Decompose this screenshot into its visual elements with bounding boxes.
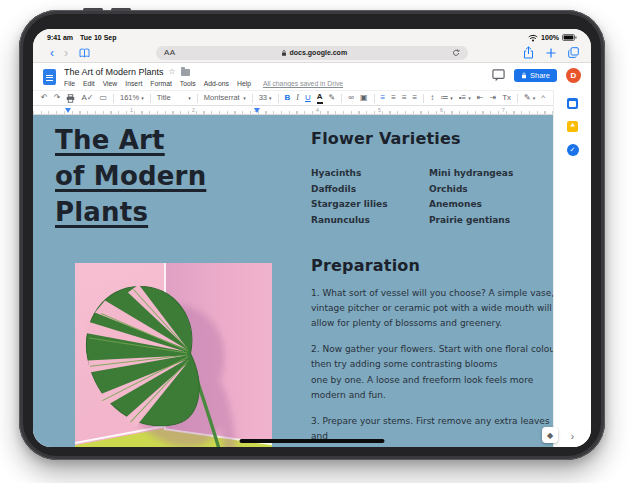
underline-button[interactable]: U [305,94,311,102]
align-center-button[interactable]: ≡ [391,94,396,102]
chevron-down-icon: ▾ [269,96,272,101]
redo-button[interactable]: ↷ [54,94,61,102]
chevron-down-icon: ▾ [468,96,471,101]
justify-button[interactable]: ≡ [413,94,418,102]
paragraph-2: 2. Now gather your flowers. Start with o… [311,342,553,402]
star-icon[interactable]: ☆ [169,68,176,76]
highlight-button[interactable]: ✎ [329,94,336,102]
font-size-value: 33 [259,94,267,102]
document-title: The Art of Modern Plants [55,123,206,231]
flower-item: Orchids [429,184,553,194]
tasks-icon[interactable]: ✓ [567,144,579,156]
docs-header: The Art of Modern Plants ☆ File Edit Vie… [33,63,591,90]
menu-format[interactable]: Format [150,80,172,87]
align-left-button[interactable]: ≡ [381,94,386,102]
paragraph-1: 1. What sort of vessel will you choose? … [311,286,553,331]
doc-title[interactable]: The Art of Modern Plants [64,67,164,77]
bulleted-list-button[interactable]: •≡ ▾ [459,94,471,102]
paragraph-style-select[interactable]: Title ▾ [157,94,191,102]
address-bar[interactable]: AA docs.google.com [156,46,468,60]
text-color-button[interactable]: A [317,93,323,104]
ruler-number: 7 [502,107,505,113]
home-indicator[interactable] [240,439,385,443]
undo-button[interactable]: ↶ [41,94,48,102]
zoom-value: 161% [120,94,139,102]
paragraph-line: then try adding some contrasting blooms [311,357,553,372]
menu-bar: File Edit View Insert Format Tools Add-o… [64,80,343,87]
wifi-icon [528,34,538,42]
reload-icon[interactable] [452,49,460,57]
tabs-icon[interactable] [568,47,579,58]
toolbar-divider [113,94,114,103]
flower-item: Daffodils [311,184,429,194]
paragraph-line: foliage that get in the way. Then give a… [311,444,553,447]
save-status-link[interactable]: All changes saved in Drive [263,80,343,87]
flower-item: Ranunculus [311,215,429,225]
move-folder-icon[interactable] [181,69,190,76]
keep-icon[interactable] [567,121,578,132]
flower-item: Hyacinths [311,168,429,178]
panel-collapse-chevron[interactable]: › [571,431,574,442]
insert-link-button[interactable]: ∞ [348,94,354,102]
paragraph-line: one by one. A loose and freeform look fe… [311,373,553,388]
toolbar-divider [197,94,198,103]
forward-button[interactable]: › [59,47,73,59]
sidebar-bookmarks-button[interactable] [79,48,90,58]
line-spacing-button[interactable]: ↕ [430,94,434,102]
collapse-toolbar-button[interactable]: ^ [541,94,545,102]
align-right-button[interactable]: ≡ [402,94,407,102]
flower-item: Stargazer lilies [311,199,429,209]
url-text: docs.google.com [290,49,348,56]
menu-edit[interactable]: Edit [83,80,95,87]
comment-history-icon[interactable] [492,69,505,82]
docs-toolbar: ↶ ↷ A✓ ▭ 161% ▾ [33,90,553,106]
indent-marker[interactable] [65,108,71,113]
menu-view[interactable]: View [103,80,118,87]
menu-addons[interactable]: Add-ons [204,80,229,87]
decrease-indent-button[interactable]: ⇤ [477,94,484,102]
reader-button[interactable]: AA [164,48,176,57]
numbered-list-button[interactable]: ≔ ▾ [440,94,453,102]
clear-formatting-button[interactable]: Tx [502,94,511,102]
editing-mode-button[interactable]: ✎ ▾ [524,94,535,102]
volume-up-button[interactable] [83,8,103,11]
ruler-number: 1 [130,107,133,113]
volume-down-button[interactable] [111,8,131,11]
clock-time: 9:41 am [47,34,73,41]
monstera-photo[interactable] [75,263,272,447]
italic-button[interactable]: I [296,94,299,102]
indent-marker[interactable] [254,108,260,113]
chevron-down-icon: ▾ [243,96,246,101]
bold-button[interactable]: B [285,94,291,102]
toolbar-divider [278,94,279,103]
paint-format-button[interactable]: ▭ [99,94,107,102]
ruler-number: 5 [378,107,381,113]
explore-button[interactable]: ◆ [542,427,558,443]
share-button[interactable]: Share [514,69,557,82]
calendar-icon[interactable] [567,98,578,109]
new-tab-plus-icon[interactable] [546,48,556,58]
font-size-select[interactable]: 33 ▾ [259,94,272,102]
account-avatar[interactable]: D [566,68,581,83]
docs-logo-icon[interactable] [43,69,56,85]
battery-icon [562,34,577,41]
font-select[interactable]: Montserrat ▾ [204,94,246,102]
menu-insert[interactable]: Insert [125,80,142,87]
menu-help[interactable]: Help [237,80,251,87]
menu-file[interactable]: File [64,80,75,87]
edit-pen-icon: ✎ [524,94,531,102]
document-page[interactable]: The Art of Modern Plants [33,115,553,447]
title-line: The Art [55,123,165,159]
spellcheck-button[interactable]: A✓ [81,94,93,102]
increase-indent-button[interactable]: ⇥ [489,94,496,102]
screen: 9:41 am Tue 10 Sep 100% ‹ › [33,29,591,447]
zoom-select[interactable]: 161% ▾ [120,94,144,102]
chevron-down-icon: ▾ [450,96,453,101]
back-button[interactable]: ‹ [45,47,59,59]
insert-image-button[interactable]: ▣ [360,94,368,102]
ruler-number: 2 [192,107,195,113]
menu-tools[interactable]: Tools [180,80,196,87]
share-icon[interactable] [523,46,534,59]
ruler: 1 2 3 4 5 6 7 [33,106,553,115]
print-button[interactable] [66,94,75,103]
